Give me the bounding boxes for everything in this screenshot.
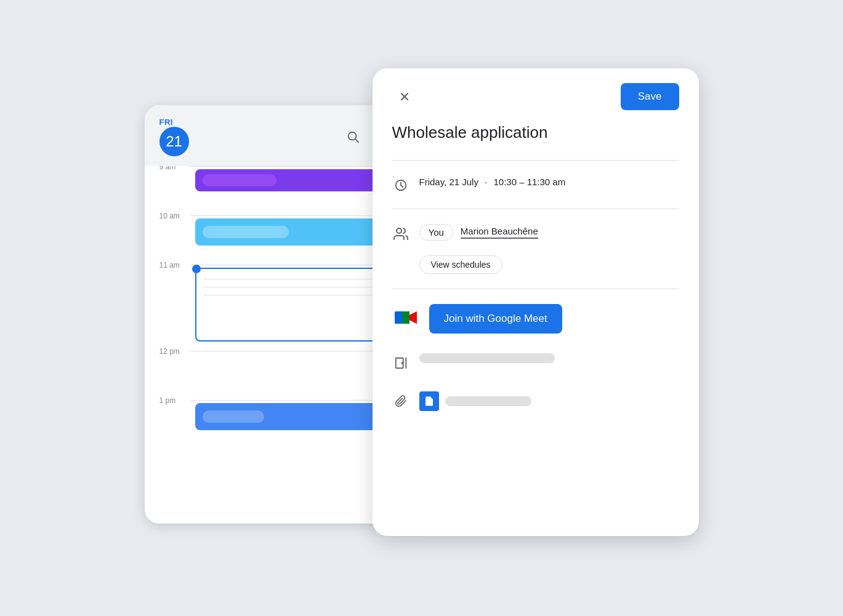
event-pill-blue xyxy=(203,410,264,423)
divider-3 xyxy=(392,289,679,289)
attendees-row: You Marion Beauchêne View schedules xyxy=(392,214,679,284)
clock-icon xyxy=(392,177,409,194)
location-placeholder xyxy=(419,353,555,363)
location-content xyxy=(419,353,679,363)
date-text: Friday, 21 July xyxy=(419,177,478,187)
detail-card: Save Wholesale application Friday, 21 Ju… xyxy=(373,68,699,536)
time-row: Friday, 21 July · 10:30 – 11:30 am xyxy=(392,166,679,204)
attendee-marion: Marion Beauchêne xyxy=(461,226,538,239)
view-schedules-button[interactable]: View schedules xyxy=(419,255,502,274)
svg-line-1 xyxy=(355,139,358,142)
attendees-content: You Marion Beauchêne View schedules xyxy=(419,224,679,274)
meet-row: Join with Google Meet xyxy=(392,294,679,343)
detail-header: Save xyxy=(392,83,679,110)
time-label-12pm: 12 pm xyxy=(159,347,190,356)
time-label-1pm: 1 pm xyxy=(159,396,190,405)
location-row xyxy=(392,343,679,382)
svg-rect-21 xyxy=(395,318,402,324)
people-icon xyxy=(392,225,409,242)
doc-content xyxy=(419,391,679,411)
view-schedules-container: View schedules xyxy=(419,248,679,274)
door-icon xyxy=(392,354,409,372)
event-pill-blue-light xyxy=(203,226,289,238)
time-content: Friday, 21 July · 10:30 – 11:30 am xyxy=(419,175,679,190)
close-button[interactable] xyxy=(392,84,417,109)
svg-point-26 xyxy=(401,362,403,364)
google-meet-icon xyxy=(392,304,419,331)
attendee-you: You xyxy=(419,224,453,241)
day-number: 21 xyxy=(159,127,189,156)
divider-2 xyxy=(392,209,679,209)
time-label-11am: 11 am xyxy=(159,261,190,270)
divider-1 xyxy=(392,160,679,161)
time-label-9am: 9 am xyxy=(159,166,190,171)
paperclip-icon xyxy=(392,393,409,410)
date-display: FRI 21 xyxy=(159,118,189,156)
svg-rect-22 xyxy=(402,311,409,324)
event-title: Wholesale application xyxy=(392,122,679,143)
time-label-10am: 10 am xyxy=(159,212,190,220)
doc-icon xyxy=(419,391,439,411)
date-time-text: Friday, 21 July · 10:30 – 11:30 am xyxy=(419,177,566,187)
dot-separator: · xyxy=(485,177,487,187)
attachment-row xyxy=(392,382,679,421)
attendees-list: You Marion Beauchêne xyxy=(419,224,679,241)
join-meet-button[interactable]: Join with Google Meet xyxy=(429,304,562,334)
meet-content: Join with Google Meet xyxy=(429,304,679,334)
event-pill-purple xyxy=(203,174,276,186)
search-icon[interactable] xyxy=(344,128,361,145)
time-range: 10:30 – 11:30 am xyxy=(493,177,565,187)
doc-placeholder xyxy=(445,396,531,406)
day-of-week: FRI xyxy=(159,118,173,127)
svg-point-13 xyxy=(397,228,401,233)
selection-handle-top[interactable] xyxy=(192,265,201,273)
save-button[interactable]: Save xyxy=(621,83,679,110)
